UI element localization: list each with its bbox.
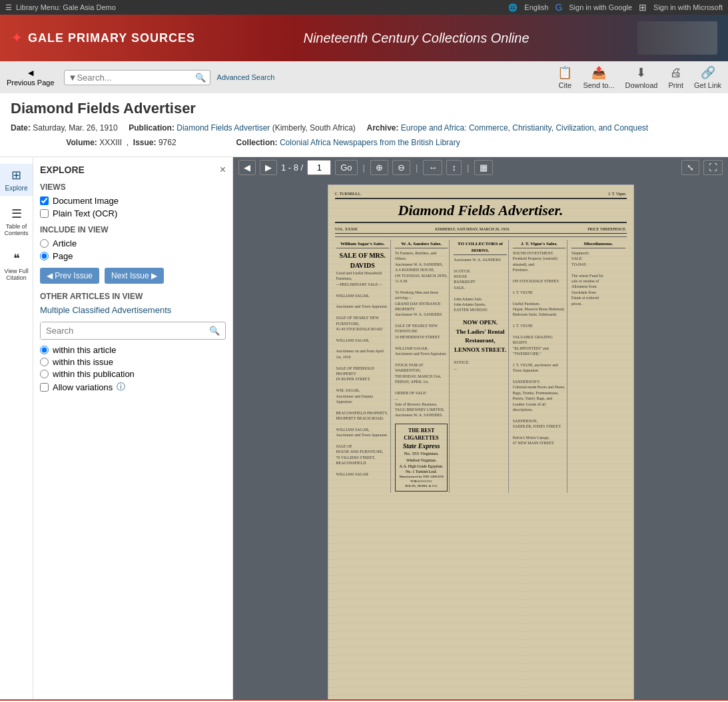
cite-button[interactable]: 📋 Cite <box>557 65 572 89</box>
search-area: ◀ Previous Page ▼ 🔍 Advanced Search 📋 Ci… <box>0 61 728 93</box>
fit-height-button[interactable]: ↕ <box>446 160 462 175</box>
newspaper-col-1: William Sagar's Sales. SALE OF MRS. DAVI… <box>335 240 391 493</box>
get-link-button[interactable]: 🔗 Get Link <box>694 65 721 89</box>
search-dropdown-icon[interactable]: ▼ <box>69 73 77 83</box>
viewer-next-button[interactable]: ▶ <box>260 160 277 175</box>
collection-link[interactable]: Colonial Africa Newspapers from the Brit… <box>280 138 460 147</box>
get-link-label: Get Link <box>694 81 721 89</box>
publication-label: Publication: <box>129 123 175 133</box>
within-publication-radio[interactable] <box>40 370 49 378</box>
header: ✦ GALE PRIMARY SOURCES Nineteenth Centur… <box>0 15 728 61</box>
send-to-button[interactable]: 📤 Send to... <box>583 65 614 89</box>
zoom-out-button[interactable]: ⊖ <box>392 160 410 175</box>
sidebar-header: EXPLORE × <box>40 164 226 176</box>
library-menu-icon[interactable]: ☰ <box>5 3 12 12</box>
go-button[interactable]: Go <box>335 160 357 175</box>
explore-icon: ⊞ <box>11 168 21 182</box>
newspaper-subtitle: VOL. XXXIII KIMBERLY, SATURDAY, MARCH 26… <box>335 227 627 234</box>
search-input[interactable] <box>77 73 194 83</box>
sidebar-item-citation[interactable]: ❝ View FullCitation <box>0 247 33 285</box>
page-number-input[interactable] <box>307 160 331 175</box>
print-label: Print <box>668 81 683 89</box>
footer: ✦ GALE A Cengage Company ABOUT | HELP | … <box>0 699 728 702</box>
plain-text-checkbox[interactable] <box>40 209 49 218</box>
language-label[interactable]: English <box>524 3 548 11</box>
newspaper-col-4: J. T. Vigne's Sales. SOUND INVESTMENT.Fr… <box>512 240 567 493</box>
scope-options: within this article within this issue wi… <box>40 345 226 393</box>
sidebar-title: EXPLORE <box>40 165 85 175</box>
sidebar-search-wrap: 🔍 <box>40 322 226 340</box>
within-publication-option[interactable]: within this publication <box>40 369 226 379</box>
zoom-in-button[interactable]: ⊕ <box>370 160 388 175</box>
newspaper-columns: William Sagar's Sales. SALE OF MRS. DAVI… <box>335 236 627 493</box>
within-publication-label: within this publication <box>53 369 135 379</box>
plain-text-label: Plain Text (OCR) <box>53 208 117 218</box>
citation-icon: ❝ <box>13 251 20 266</box>
within-issue-radio[interactable] <box>40 358 49 366</box>
allow-variations-checkbox[interactable] <box>40 383 49 392</box>
top-bar-left: ☰ Library Menu: Gale Asia Demo <box>5 3 116 12</box>
multiple-classified-link[interactable]: Multiple Classified Advertisements <box>40 305 171 315</box>
volume-label: Volume: <box>66 138 97 147</box>
article-radio[interactable] <box>40 239 49 248</box>
print-button[interactable]: 🖨 Print <box>668 66 683 89</box>
library-menu-label[interactable]: Library Menu: Gale Asia Demo <box>16 3 116 11</box>
advanced-search-link[interactable]: Advanced Search <box>217 73 275 81</box>
article-radio-option[interactable]: Article <box>40 238 226 248</box>
collection-title: Nineteenth Century Collections Online <box>208 31 624 46</box>
search-submit-icon[interactable]: 🔍 <box>195 73 206 83</box>
fit-width-button[interactable]: ↔ <box>423 160 442 175</box>
gallery-button[interactable]: ▦ <box>474 160 493 175</box>
sidebar-close-button[interactable]: × <box>220 164 226 176</box>
download-button[interactable]: ⬇ Download <box>625 65 657 89</box>
newspaper-document: C. TURNBULL. J. T. Vigne. Diamond Fields… <box>328 184 634 699</box>
cite-icon: 📋 <box>557 65 572 80</box>
include-section-title: INCLUDE IN VIEW <box>40 225 226 234</box>
publication-name-link[interactable]: Diamond Fields Advertiser <box>177 123 270 133</box>
sidebar-item-explore[interactable]: ⊞ Explore <box>0 164 33 196</box>
issue-value: 9762 <box>159 138 177 147</box>
page-radio[interactable] <box>40 252 49 260</box>
search-left: ◀ Previous Page ▼ 🔍 Advanced Search <box>7 69 274 87</box>
page-label: Page <box>53 251 73 261</box>
top-bar: ☰ Library Menu: Gale Asia Demo 🌐 English… <box>0 0 728 15</box>
citation-label: View FullCitation <box>4 268 28 281</box>
sidebar-search-button[interactable]: 🔍 <box>204 322 225 339</box>
sign-in-google-button[interactable]: Sign in with Google <box>569 3 632 11</box>
allow-variations-option[interactable]: Allow variations ⓘ <box>40 381 226 393</box>
volume-value: XXXIII <box>99 138 122 147</box>
sidebar-search-input[interactable] <box>41 322 204 339</box>
within-issue-label: within this issue <box>53 357 113 367</box>
microsoft-icon: ⊞ <box>639 2 647 13</box>
top-bar-right: 🌐 English G Sign in with Google ⊞ Sign i… <box>508 2 723 13</box>
next-issue-button[interactable]: Next Issue ▶ <box>105 268 164 284</box>
article-label: Article <box>53 238 77 248</box>
page-radio-option[interactable]: Page <box>40 251 226 261</box>
views-section-title: VIEWS <box>40 182 226 192</box>
allow-variations-info-icon[interactable]: ⓘ <box>117 381 125 393</box>
search-right: 📋 Cite 📤 Send to... ⬇ Download 🖨 Print 🔗… <box>557 65 721 89</box>
doc-title: Diamond Fields Advertiser <box>11 100 717 117</box>
plain-text-option[interactable]: Plain Text (OCR) <box>40 208 226 218</box>
fullscreen-button[interactable]: ⛶ <box>703 160 723 175</box>
sidebar-item-toc[interactable]: ☰ Table ofContents <box>0 202 33 240</box>
sidebar: EXPLORE × VIEWS Document Image Plain Tex… <box>33 157 233 699</box>
gale-star-icon: ✦ <box>11 29 23 47</box>
brand: ✦ GALE PRIMARY SOURCES <box>11 29 195 47</box>
archive-link[interactable]: Europe and Africa: Commerce, Christianit… <box>401 123 648 133</box>
within-issue-option[interactable]: within this issue <box>40 357 226 367</box>
search-input-wrap: ▼ 🔍 <box>64 70 210 85</box>
send-icon: 📤 <box>591 65 606 80</box>
newspaper-col-5: Miscellaneous. Shepherd'sSALE:TO-DAY.The… <box>570 240 626 493</box>
previous-page-btn[interactable]: ◀ Previous Page <box>7 69 55 87</box>
document-image-checkbox[interactable] <box>40 196 49 205</box>
prev-issue-button[interactable]: ◀ Prev Issue <box>40 268 99 284</box>
sign-in-microsoft-button[interactable]: Sign in with Microsoft <box>653 3 723 11</box>
expand-button[interactable]: ⤡ <box>681 160 699 175</box>
page-range-label: 1 - 8 / <box>281 163 303 173</box>
within-article-option[interactable]: within this article <box>40 345 226 355</box>
within-article-radio[interactable] <box>40 346 49 354</box>
document-image-option[interactable]: Document Image <box>40 196 226 206</box>
viewer-prev-button[interactable]: ◀ <box>238 160 256 175</box>
date-label: Date: <box>11 123 31 133</box>
